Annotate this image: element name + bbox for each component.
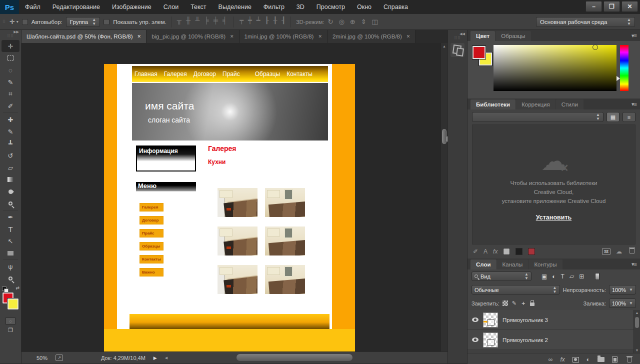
- filter-image-icon[interactable]: ▣: [542, 273, 547, 280]
- spot-healing-brush-tool[interactable]: ✚: [2, 114, 20, 126]
- distribute-left-icon[interactable]: ┠: [265, 16, 269, 28]
- lock-transparency-icon[interactable]: [502, 300, 508, 306]
- layer-name[interactable]: Прямоугольник 3: [502, 317, 548, 323]
- pen-tool[interactable]: ✒: [2, 211, 20, 223]
- tab-big-pic[interactable]: big_pic.jpg @ 100% (RGB/8)✕: [146, 30, 239, 43]
- close-tab-icon[interactable]: ✕: [318, 34, 322, 39]
- 3d-scale-icon[interactable]: ◫: [372, 18, 378, 26]
- add-mask-icon[interactable]: [572, 357, 579, 362]
- layer-style-icon[interactable]: fx: [560, 356, 564, 363]
- scroll-up-icon[interactable]: ▲: [442, 44, 446, 48]
- distribute-right-icon[interactable]: ┨: [282, 16, 286, 28]
- lock-position-icon[interactable]: ＋: [520, 300, 526, 307]
- new-group-icon[interactable]: [598, 357, 604, 362]
- layer-thumbnail[interactable]: [483, 312, 498, 328]
- navigator-panel-icon[interactable]: [450, 43, 464, 57]
- path-selection-tool[interactable]: ↖: [2, 235, 20, 247]
- 3d-drag-icon[interactable]: ⊕: [350, 18, 356, 26]
- tab-styles[interactable]: Стили: [556, 100, 584, 110]
- eraser-tool[interactable]: ▱: [2, 162, 20, 174]
- type-tool[interactable]: T: [2, 223, 20, 235]
- menu-image[interactable]: Изображение: [106, 4, 158, 10]
- menu-layers[interactable]: Слои: [158, 4, 184, 10]
- grid-view-button[interactable]: ▦: [606, 112, 620, 122]
- zoom-level[interactable]: 50%: [36, 355, 48, 361]
- export-icon[interactable]: ↗: [56, 354, 63, 361]
- minimize-button[interactable]: –: [586, 1, 602, 12]
- lasso-tool[interactable]: ◌: [2, 64, 20, 76]
- list-view-button[interactable]: ≡: [622, 112, 636, 122]
- align-right-icon[interactable]: ╡: [222, 16, 227, 28]
- saturation-brightness-field[interactable]: [494, 45, 616, 91]
- add-graphic-icon[interactable]: ✐: [473, 248, 478, 255]
- layers-scrollbar[interactable]: ▲ ▼: [634, 310, 640, 353]
- tab-color[interactable]: Цвет: [470, 31, 495, 41]
- blur-tool[interactable]: [2, 186, 20, 198]
- close-tab-icon[interactable]: ✕: [406, 34, 410, 39]
- autoselect-target-select[interactable]: Группа▲▼: [66, 17, 100, 27]
- panel-menu-icon[interactable]: ▾≡: [632, 32, 636, 39]
- show-transform-controls-checkbox[interactable]: [104, 19, 110, 25]
- menu-view[interactable]: Просмотр: [310, 4, 351, 10]
- gradient-tool[interactable]: [2, 174, 20, 186]
- history-brush-tool[interactable]: ↺: [2, 150, 20, 162]
- link-layers-icon[interactable]: ∞: [548, 356, 553, 363]
- close-tab-icon[interactable]: ✕: [230, 34, 234, 39]
- add-character-style-icon[interactable]: A: [484, 248, 488, 255]
- close-button[interactable]: ✕: [622, 1, 638, 12]
- horizontal-scroll-thumb[interactable]: [236, 354, 352, 361]
- menu-type[interactable]: Текст: [184, 4, 212, 10]
- layer-visibility-icon[interactable]: [472, 338, 478, 342]
- layer-visibility-icon[interactable]: [472, 318, 478, 322]
- lock-pixels-icon[interactable]: ✎: [512, 300, 516, 306]
- website-template-canvas[interactable]: Главная Галерея Договор Прайс Образцы Ко…: [104, 64, 355, 352]
- tab-libraries[interactable]: Библиотеки: [470, 100, 516, 110]
- panel-foreground-swatch[interactable]: [472, 46, 486, 59]
- align-top-icon[interactable]: ╥: [177, 16, 182, 28]
- menu-help[interactable]: Справка: [378, 4, 414, 10]
- scroll-down-icon[interactable]: ▼: [636, 348, 639, 352]
- clone-stamp-tool[interactable]: ┻: [2, 138, 20, 150]
- tab-swatches[interactable]: Образцы: [496, 31, 530, 41]
- quick-mask-button[interactable]: ◌: [6, 318, 16, 324]
- vertical-scrollbar[interactable]: ▲: [440, 43, 448, 352]
- distribute-top-icon[interactable]: ┯: [240, 16, 244, 28]
- delete-icon[interactable]: [630, 248, 634, 254]
- menu-3d[interactable]: 3D: [290, 4, 310, 10]
- tab-2mini[interactable]: 2mini.jpg @ 100% (RGB/8)✕: [328, 30, 416, 43]
- layers-scroll-thumb[interactable]: [635, 317, 639, 328]
- distribute-vcenter-icon[interactable]: ┿: [248, 16, 252, 28]
- adjustment-layer-icon[interactable]: ◐: [586, 356, 590, 363]
- layer-filter-select[interactable]: Вид ▲▼: [472, 272, 532, 281]
- filter-smart-object-icon[interactable]: ⊞: [579, 273, 584, 280]
- tab-layers[interactable]: Слои: [470, 260, 496, 270]
- align-vcenter-icon[interactable]: ╫: [186, 16, 190, 28]
- move-tool-preset-icon[interactable]: ✛▾: [10, 18, 18, 26]
- distribute-bottom-icon[interactable]: ┷: [256, 16, 260, 28]
- filter-shape-icon[interactable]: ▱: [570, 273, 574, 280]
- screen-mode-button[interactable]: ❐: [8, 327, 13, 334]
- tab-channels[interactable]: Каналы: [497, 260, 528, 270]
- tab-adjustments[interactable]: Коррекция: [516, 100, 556, 110]
- menu-filter[interactable]: Фильтр: [258, 4, 290, 10]
- layer-thumbnail[interactable]: [483, 332, 498, 348]
- close-tab-icon[interactable]: ✕: [138, 34, 142, 39]
- align-left-icon[interactable]: ╞: [204, 16, 209, 28]
- library-select[interactable]: ▲▼: [472, 112, 604, 122]
- cloud-sync-icon[interactable]: ☁: [616, 248, 622, 255]
- menu-select[interactable]: Выделение: [212, 4, 258, 10]
- red-color-chip[interactable]: [528, 248, 535, 255]
- add-layer-style-icon[interactable]: fx: [493, 248, 498, 255]
- tab-template-psd[interactable]: Шаблон-сайта.psd @ 50% (Фон, RGB/8)✕: [22, 30, 146, 43]
- collapse-tools-icon[interactable]: ▶▶: [14, 30, 19, 34]
- hue-strip[interactable]: [620, 45, 628, 91]
- layer-row[interactable]: Прямоугольник 2: [468, 330, 640, 350]
- align-hcenter-icon[interactable]: ╪: [214, 16, 218, 28]
- filter-adjustment-icon[interactable]: ◐: [552, 273, 556, 280]
- delete-layer-icon[interactable]: [627, 357, 632, 362]
- status-menu-arrow-icon[interactable]: ▶: [154, 356, 157, 360]
- tab-paths[interactable]: Контуры: [528, 260, 562, 270]
- 3d-slide-icon[interactable]: ⇕: [361, 18, 366, 26]
- filter-switch[interactable]: [595, 273, 600, 280]
- scroll-left-icon[interactable]: ◀: [165, 356, 168, 360]
